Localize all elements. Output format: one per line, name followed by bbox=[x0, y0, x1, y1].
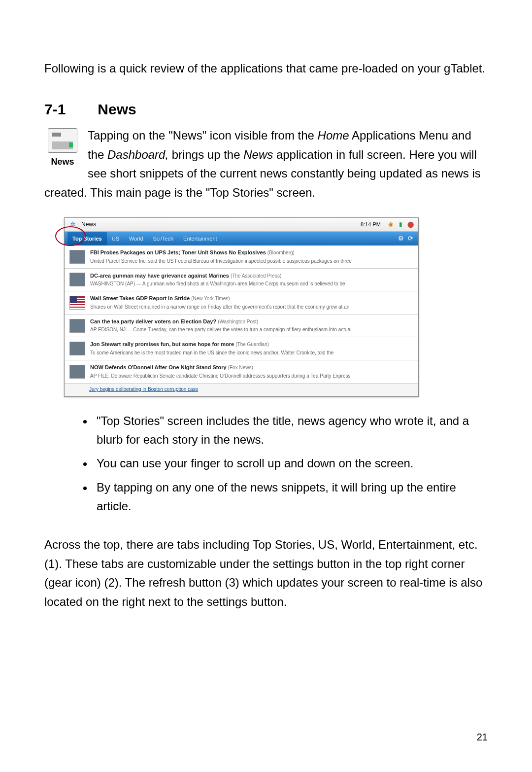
tab-scitech[interactable]: Sci/Tech bbox=[148, 232, 179, 246]
status-icon-3: ⬤ bbox=[406, 220, 414, 228]
story-row[interactable]: DC-area gunman may have grievance agains… bbox=[65, 269, 418, 292]
story-blurb: United Parcel Service Inc. said the US F… bbox=[90, 257, 413, 265]
tab-bar: Top Stories US World Sci/Tech Entertainm… bbox=[65, 232, 418, 246]
story-thumb bbox=[69, 296, 85, 310]
story-blurb: Shares on Wall Street remained in a narr… bbox=[90, 303, 413, 311]
story-list[interactable]: FBI Probes Packages on UPS Jets; Toner U… bbox=[65, 246, 418, 384]
story-thumb bbox=[69, 342, 85, 355]
list-item: You can use your finger to scroll up and… bbox=[94, 454, 488, 473]
story-row[interactable]: Can the tea party deliver voters on Elec… bbox=[65, 315, 418, 338]
story-title: FBI Probes Packages on UPS Jets; Toner U… bbox=[90, 248, 413, 257]
story-thumb bbox=[69, 250, 85, 264]
bullet-list: "Top Stories" screen includes the title,… bbox=[94, 412, 488, 516]
gear-icon[interactable]: ⚙ bbox=[398, 234, 404, 244]
status-icon-1: ◉ bbox=[387, 220, 395, 228]
story-thumb bbox=[69, 365, 85, 379]
story-title: Jon Stewart rally promises fun, but some… bbox=[90, 340, 413, 349]
page-number: 21 bbox=[477, 729, 488, 745]
refresh-icon[interactable]: ⟳ bbox=[408, 234, 413, 244]
app-icon: ✲ bbox=[68, 220, 77, 229]
story-row[interactable]: Wall Street Takes GDP Report in Stride (… bbox=[65, 291, 418, 315]
news-icon-graphic bbox=[48, 128, 77, 153]
story-row[interactable]: NOW Defends O'Donnell After One Night St… bbox=[65, 360, 418, 384]
news-app-icon: News bbox=[44, 128, 81, 169]
story-row[interactable]: Jon Stewart rally promises fun, but some… bbox=[65, 337, 418, 360]
story-row[interactable]: FBI Probes Packages on UPS Jets; Toner U… bbox=[65, 246, 418, 269]
story-cutoff[interactable]: Jury begins deliberating in Boston corru… bbox=[65, 384, 418, 396]
news-icon-label: News bbox=[44, 155, 81, 169]
story-blurb: WASHINGTON (AP) — A gunman who fired sho… bbox=[90, 280, 413, 288]
story-blurb: To some Americans he is the most trusted… bbox=[90, 349, 413, 357]
story-title: Can the tea party deliver voters on Elec… bbox=[90, 317, 413, 326]
story-title: DC-area gunman may have grievance agains… bbox=[90, 272, 413, 281]
tab-entertainment[interactable]: Entertainment bbox=[178, 232, 222, 246]
app-title: News bbox=[81, 220, 96, 229]
story-blurb: AP EDISON, NJ — Come Tuesday, can the te… bbox=[90, 326, 413, 334]
tab-us[interactable]: US bbox=[107, 232, 124, 246]
section-heading: 7-1 News bbox=[44, 98, 488, 121]
story-thumb bbox=[69, 319, 85, 333]
news-app-screenshot: ✲ News 8:14 PM ◉ ▮ ⬤ Top Stories US Worl… bbox=[64, 217, 419, 397]
story-thumb bbox=[69, 273, 85, 286]
section-body: Tapping on the "News" icon visible from … bbox=[44, 126, 488, 202]
list-item: "Top Stories" screen includes the title,… bbox=[94, 412, 488, 450]
intro-paragraph: Following is a quick review of the appli… bbox=[44, 59, 488, 78]
story-title: NOW Defends O'Donnell After One Night St… bbox=[90, 363, 413, 372]
section-number: 7-1 bbox=[44, 98, 94, 121]
story-blurb: AP FILE: Delaware Republican Senate cand… bbox=[90, 372, 413, 380]
status-icon-2: ▮ bbox=[397, 220, 404, 228]
list-item: By tapping on any one of the news snippe… bbox=[94, 478, 488, 516]
tab-world[interactable]: World bbox=[124, 232, 148, 246]
tab-top-stories[interactable]: Top Stories bbox=[67, 232, 107, 246]
title-bar: ✲ News 8:14 PM ◉ ▮ ⬤ bbox=[65, 218, 418, 232]
story-title: Wall Street Takes GDP Report in Stride (… bbox=[90, 294, 413, 303]
section-title: News bbox=[98, 101, 136, 117]
closing-paragraph: Across the top, there are tabs including… bbox=[44, 535, 488, 611]
clock: 8:14 PM bbox=[361, 220, 381, 229]
